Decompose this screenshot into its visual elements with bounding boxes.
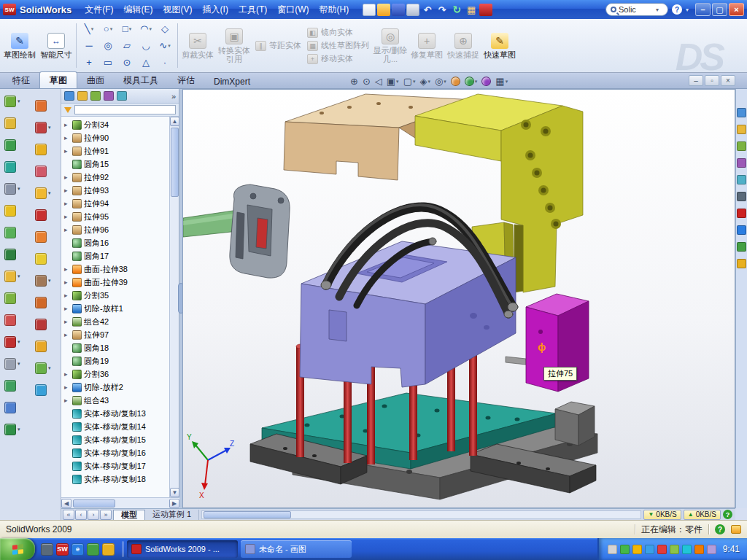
tool-button[interactable]: ▾	[35, 99, 51, 112]
toolbar-icon[interactable]	[363, 4, 376, 16]
chevron-down-icon[interactable]: ▾	[149, 26, 152, 32]
tool-button[interactable]: ▾	[4, 226, 20, 238]
document-window-button[interactable]: –	[689, 75, 703, 86]
tool-button[interactable]: ▾	[4, 117, 20, 129]
part-small-gray-block[interactable]	[555, 402, 595, 446]
menu-item[interactable]: 编辑(E)	[119, 1, 158, 18]
horizontal-scrollbar[interactable]	[201, 510, 641, 519]
tool-button[interactable]: ▾	[4, 160, 20, 173]
task-pane-tab-icon[interactable]	[737, 209, 746, 218]
scrollbar-thumb[interactable]	[73, 499, 115, 508]
expand-arrow-icon[interactable]: ▸	[64, 213, 70, 220]
toolbar-icon[interactable]	[406, 4, 419, 16]
part-gray-clamp[interactable]	[230, 184, 290, 278]
chevron-right-icon[interactable]: »	[171, 92, 176, 101]
feature-tree-item[interactable]: ▸ 圆角17	[61, 249, 169, 262]
tray-icon[interactable]	[694, 545, 704, 554]
sketch-tool-button[interactable]: ╲▾	[80, 20, 98, 37]
chevron-down-icon[interactable]: ▾	[48, 190, 51, 196]
sketch-tool-button[interactable]: ◎▾	[98, 37, 117, 54]
tray-icon[interactable]	[670, 545, 679, 554]
start-button[interactable]	[0, 538, 35, 560]
filter-input[interactable]	[74, 105, 176, 114]
view-tool-button[interactable]: ◎ ▾	[433, 75, 448, 88]
chevron-down-icon[interactable]: ▾	[475, 79, 478, 85]
sketch-pattern-button[interactable]: ◧ 镜向实体	[307, 27, 369, 38]
tool-button[interactable]: ▾	[4, 357, 20, 370]
sketch-tool-button[interactable]: ⊙▾	[117, 54, 136, 71]
tool-button[interactable]: ▾	[35, 384, 51, 396]
rapid-sketch-button[interactable]: ✎ 快速草图	[481, 20, 518, 71]
chevron-down-icon[interactable]: ▾	[91, 26, 94, 32]
chevron-down-icon[interactable]: ▾	[48, 278, 51, 284]
sketch-tool-button[interactable]: ◇▾	[155, 20, 174, 37]
sketch-pattern-button[interactable]: + 移动实体	[307, 53, 369, 64]
view-tab[interactable]: 运动算例 1	[145, 510, 199, 520]
expand-arrow-icon[interactable]: ▸	[64, 370, 70, 378]
task-pane-tab-icon[interactable]	[737, 175, 746, 184]
command-tab[interactable]: DimXpert	[204, 74, 260, 88]
expand-arrow-icon[interactable]: ▸	[64, 121, 70, 128]
quick-tips-icon[interactable]: ?	[715, 524, 725, 534]
feature-tree-item[interactable]: ▸ 分割34	[61, 118, 169, 131]
sketch-tool-button[interactable]: ◡▾	[136, 37, 155, 54]
view-tool-button[interactable]: ▣ ▾	[385, 75, 400, 88]
tool-button[interactable]: ▾	[4, 95, 20, 107]
feature-tree-item[interactable]: ▸ 拉伸94	[61, 197, 169, 210]
view-tool-button[interactable]: ◈ ▾	[418, 75, 432, 88]
view-tab[interactable]: 模型	[113, 510, 145, 520]
chevron-down-icon[interactable]: ▾	[396, 79, 399, 85]
expand-arrow-icon[interactable]: ▸	[64, 331, 70, 338]
feature-tree-item[interactable]: ▸ 圆角18	[61, 341, 169, 354]
expand-arrow-icon[interactable]: ▸	[64, 384, 70, 391]
repair-sketch-button[interactable]: + 修复草图	[409, 20, 445, 71]
tool-button[interactable]: ▾	[35, 187, 51, 199]
view-tool-button[interactable]: ▾	[463, 75, 479, 88]
view-tool-button[interactable]: ▾	[449, 75, 462, 88]
menu-item[interactable]: 窗口(W)	[272, 1, 314, 18]
feature-tree-item[interactable]: ▸ 实体-移动/复制14	[61, 420, 169, 433]
expand-arrow-icon[interactable]: ▸	[64, 292, 70, 299]
task-pane-tab-icon[interactable]	[737, 242, 746, 252]
feature-tree-item[interactable]: ▸ 分割36	[61, 368, 169, 381]
chevron-down-icon[interactable]: ▾	[427, 79, 430, 85]
command-tab[interactable]: 模具工具	[114, 72, 168, 88]
tool-button[interactable]: ▾	[4, 335, 20, 348]
scroll-down-button[interactable]: ▼	[170, 488, 179, 497]
chevron-down-icon[interactable]: ▾	[18, 427, 20, 432]
scroll-right-button[interactable]: ▶	[169, 499, 179, 508]
toolbar-icon[interactable]	[392, 4, 405, 16]
help-icon[interactable]: ?	[672, 4, 682, 15]
chevron-down-icon[interactable]: ▾	[413, 79, 416, 85]
menu-item[interactable]: 帮助(H)	[314, 1, 355, 18]
task-pane-tab-icon[interactable]	[737, 125, 746, 134]
sketch-tool-button[interactable]: △▾	[136, 54, 155, 71]
quick-launch-icon[interactable]	[87, 543, 99, 556]
convert-entities-button[interactable]: ▣ 转换实体引用	[216, 20, 252, 71]
feature-tree-item[interactable]: ▸ 切除-放样1	[61, 302, 169, 315]
tray-icon[interactable]	[682, 545, 692, 554]
view-tool-button[interactable]: ◁ ▾	[374, 75, 384, 88]
feature-tree-item[interactable]: ▸ 曲面-拉伸39	[61, 276, 169, 289]
sketch-tool-button[interactable]: ·▾	[155, 54, 174, 71]
tool-button[interactable]: ▾	[35, 296, 51, 308]
tool-button[interactable]: ▾	[4, 423, 20, 435]
quick-launch-icon[interactable]: SW	[56, 543, 69, 556]
feature-tree-item[interactable]: ▸ 拉伸97	[61, 328, 169, 341]
tool-button[interactable]: ▾	[35, 340, 51, 352]
tool-button[interactable]: ▾	[4, 182, 20, 195]
tab-nav-button[interactable]: ›	[88, 510, 99, 520]
tool-button[interactable]: ▾	[4, 270, 20, 282]
chevron-down-icon[interactable]: ▾	[168, 43, 171, 49]
expand-arrow-icon[interactable]: ▸	[64, 397, 70, 404]
feature-tree-item[interactable]: ▸ 实体-移动/复制16	[61, 446, 169, 459]
toolbar-icon[interactable]: ↶	[421, 4, 434, 16]
tool-button[interactable]: ▾	[35, 165, 51, 177]
chevron-down-icon[interactable]: ▾	[48, 125, 51, 131]
search-input[interactable]	[619, 5, 654, 14]
task-pane-tab-icon[interactable]	[737, 225, 746, 235]
feature-tree-item[interactable]: ▸ 曲面-拉伸38	[61, 262, 169, 276]
quick-launch-icon[interactable]: e	[71, 543, 84, 556]
chevron-down-icon[interactable]: ▾	[18, 186, 20, 192]
smart-dimension-button[interactable]: ↔ 智能尺寸	[38, 20, 74, 71]
